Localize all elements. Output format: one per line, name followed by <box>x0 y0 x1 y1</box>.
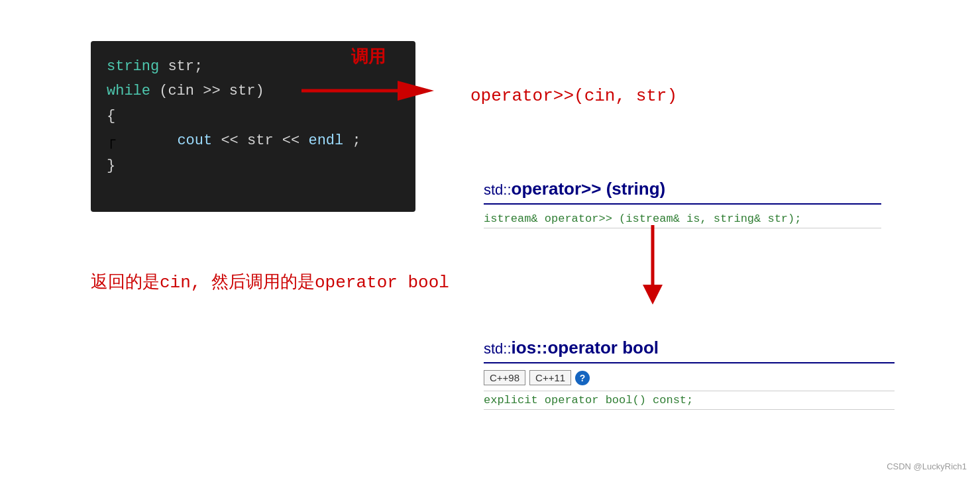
brace-open: { <box>107 108 115 124</box>
code-text: str; <box>168 58 203 75</box>
version-tag-cpp11: C++11 <box>529 370 571 385</box>
doc-section-2: std::ios::operator bool C++98 C++11 ? ex… <box>484 338 895 410</box>
doc-section-1: std::operator>> (string) istream& operat… <box>484 179 881 228</box>
return-label: 返回的是cin, 然后调用的是operator bool <box>91 270 449 293</box>
doc-signature-1: istream& operator>> (istream& is, string… <box>484 210 881 228</box>
std-prefix-1: std:: <box>484 181 512 198</box>
page-container: string str; while (cin >> str) { ┌ cout … <box>0 0 980 478</box>
diaoyong-label: 调用 <box>351 45 386 68</box>
doc-signature-2: explicit operator bool() const; <box>484 391 895 410</box>
version-tag-cpp98: C++98 <box>484 370 525 385</box>
operator-call-text: operator>>(cin, str) <box>470 86 677 106</box>
keyword-endl: endl <box>308 132 343 149</box>
version-tags: C++98 C++11 ? <box>484 370 895 385</box>
indent: ┌ <box>107 128 133 153</box>
right-arrow <box>301 74 434 107</box>
code-text-2: (cin >> str) <box>159 83 264 99</box>
keyword-cout: cout <box>177 132 212 149</box>
doc-title-1: std::operator>> (string) <box>484 179 881 205</box>
code-line-5: } <box>107 154 400 178</box>
doc-title-2: std::ios::operator bool <box>484 338 895 363</box>
help-icon[interactable]: ? <box>575 371 590 385</box>
doc-title-bold-2: ios::operator bool <box>512 338 659 358</box>
svg-marker-3 <box>643 285 663 305</box>
down-arrow <box>636 225 669 305</box>
code-text-4: ; <box>352 132 360 149</box>
code-text-3: << str << <box>221 132 308 149</box>
keyword-string: string <box>107 58 159 75</box>
brace-close: } <box>107 158 115 174</box>
keyword-while: while <box>107 83 150 99</box>
code-line-3: { <box>107 104 400 128</box>
std-prefix-2: std:: <box>484 340 512 357</box>
watermark: CSDN @LuckyRich1 <box>887 461 967 471</box>
doc-title-bold-1: operator>> (string) <box>512 179 666 199</box>
svg-marker-1 <box>398 81 434 101</box>
code-line-4: ┌ cout << str << endl ; <box>107 128 400 153</box>
